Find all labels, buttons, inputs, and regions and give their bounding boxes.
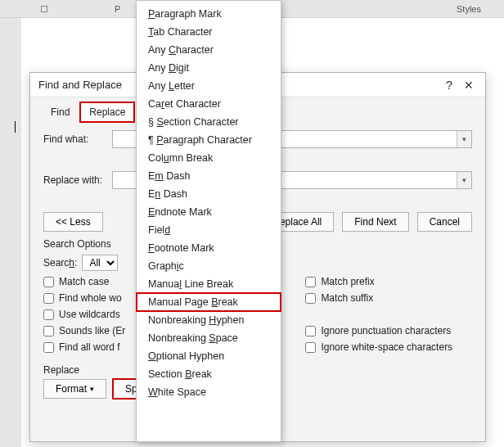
close-button[interactable]: ✕	[459, 79, 479, 92]
menu-item-field[interactable]: Field	[137, 221, 281, 239]
ribbon-hint-p: P	[115, 4, 120, 14]
menu-item-section-break[interactable]: Section Break	[137, 365, 281, 383]
tab-find[interactable]: Find	[42, 102, 79, 122]
menu-item-en-dash[interactable]: En Dash	[137, 185, 281, 203]
ribbon-dialog-launcher[interactable]	[41, 6, 47, 12]
menu-item-endnote-mark[interactable]: Endnote Mark	[137, 203, 281, 221]
menu-item-any-digit[interactable]: Any Digit	[137, 59, 281, 77]
options-col-left: Match case Find whole wo Use wildcards S…	[43, 276, 125, 353]
check-ignore-whitespace[interactable]: Ignore white-space characters	[305, 341, 452, 353]
text-cursor	[15, 121, 16, 133]
menu-item-nonbreaking-hyphen[interactable]: Nonbreaking Hyphen	[137, 311, 281, 329]
menu-item-tab-character[interactable]: Tab Character	[137, 23, 281, 41]
options-col-right: Match prefix Match suffix Ignore punctua…	[305, 276, 452, 353]
menu-item--section-character[interactable]: § Section Character	[137, 113, 281, 131]
menu-item-footnote-mark[interactable]: Footnote Mark	[137, 239, 281, 257]
check-wildcards[interactable]: Use wildcards	[43, 309, 125, 320]
menu-item-manual-page-break[interactable]: Manual Page Break	[137, 293, 281, 311]
menu-item-optional-hyphen[interactable]: Optional Hyphen	[137, 347, 281, 365]
search-direction-label: Search:	[43, 257, 77, 269]
menu-item-caret-character[interactable]: Caret Character	[137, 95, 281, 113]
format-button[interactable]: Format▾	[43, 379, 106, 399]
menu-item-any-character[interactable]: Any Character	[137, 41, 281, 59]
menu-item-white-space[interactable]: White Space	[137, 383, 281, 401]
special-menu[interactable]: Paragraph MarkTab CharacterAny Character…	[136, 0, 281, 442]
menu-item-nonbreaking-space[interactable]: Nonbreaking Space	[137, 329, 281, 347]
menu-item-graphic[interactable]: Graphic	[137, 257, 281, 275]
menu-item--paragraph-character[interactable]: ¶ Paragraph Character	[137, 131, 281, 149]
check-match-case[interactable]: Match case	[43, 276, 125, 287]
tab-replace[interactable]: Replace	[80, 102, 134, 122]
find-next-button[interactable]: Find Next	[342, 212, 408, 232]
menu-item-any-letter[interactable]: Any Letter	[137, 77, 281, 95]
menu-item-paragraph-mark[interactable]: Paragraph Mark	[137, 5, 281, 23]
document-margin	[0, 18, 21, 447]
find-what-dropdown-icon[interactable]: ▾	[457, 131, 471, 147]
check-match-prefix[interactable]: Match prefix	[305, 276, 452, 287]
less-button[interactable]: << Less	[43, 212, 103, 232]
check-whole-words[interactable]: Find whole wo	[43, 292, 125, 304]
help-button[interactable]: ?	[439, 78, 459, 92]
replace-with-label: Replace with:	[43, 174, 107, 186]
check-ignore-punctuation[interactable]: Ignore punctuation characters	[305, 325, 452, 336]
menu-item-em-dash[interactable]: Em Dash	[137, 167, 281, 185]
chevron-down-icon: ▾	[90, 385, 94, 393]
find-what-label: Find what:	[43, 133, 107, 145]
menu-item-column-break[interactable]: Column Break	[137, 149, 281, 167]
search-direction-select[interactable]: All	[82, 255, 118, 271]
check-sounds-like[interactable]: Sounds like (Er	[43, 325, 125, 336]
ribbon-group-styles: Styles	[457, 4, 481, 14]
replace-with-dropdown-icon[interactable]: ▾	[457, 172, 471, 188]
check-all-word-forms[interactable]: Find all word f	[43, 341, 125, 353]
menu-item-manual-line-break[interactable]: Manual Line Break	[137, 275, 281, 293]
check-match-suffix[interactable]: Match suffix	[305, 292, 452, 304]
cancel-button[interactable]: Cancel	[417, 212, 472, 232]
